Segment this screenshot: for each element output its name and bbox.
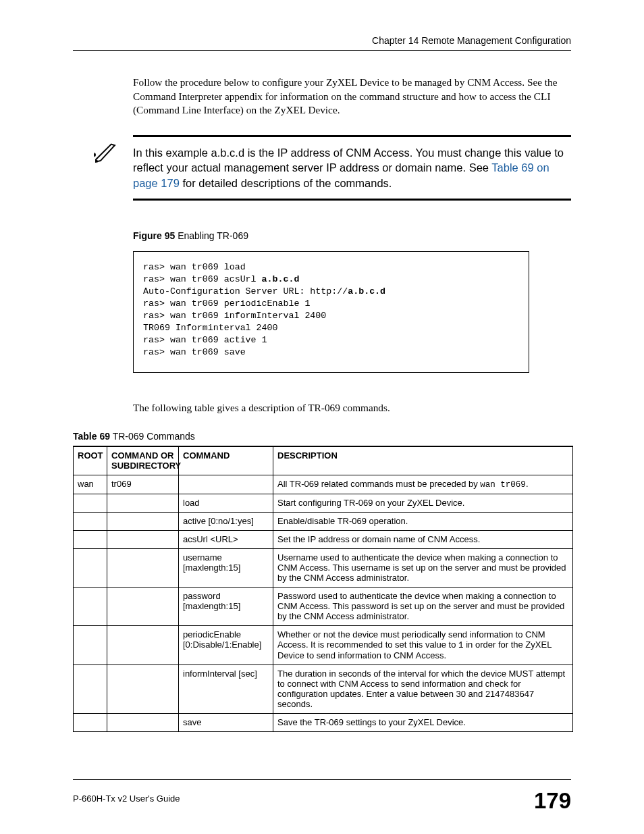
cell-root [74, 588, 107, 626]
note-text-post: for detailed descriptions of the command… [180, 177, 392, 189]
cell-command [179, 475, 273, 494]
note-bottom-rule [133, 199, 571, 201]
cell-subdirectory [107, 665, 179, 714]
cell-description: Username used to authenticate the device… [273, 549, 573, 588]
footer-rule [73, 779, 571, 780]
cell-root [74, 714, 107, 732]
note-block: In this example a.b.c.d is the IP addres… [91, 135, 571, 201]
th-cmd: COMMAND [179, 446, 273, 475]
table-row: informInterval [sec]The duration in seco… [74, 665, 573, 714]
table-row: periodicEnable [0:Disable/1:Enable]Wheth… [74, 626, 573, 665]
table-row: acsUrl <URL>Set the IP address or domain… [74, 531, 573, 549]
cell-command: informInterval [sec] [179, 665, 273, 714]
cell-command: periodicEnable [0:Disable/1:Enable] [179, 626, 273, 665]
page-number: 179 [534, 788, 571, 814]
cell-command: username [maxlength:15] [179, 549, 273, 588]
cell-root [74, 665, 107, 714]
table-row: wantr069All TR-069 related commands must… [74, 475, 573, 494]
table-label: Table 69 [73, 431, 110, 442]
cell-subdirectory [107, 513, 179, 531]
th-desc: DESCRIPTION [273, 446, 573, 475]
table-row: loadStart configuring TR-069 on your ZyX… [74, 494, 573, 513]
cell-description: Start configuring TR-069 on your ZyXEL D… [273, 494, 573, 513]
cell-subdirectory [107, 549, 179, 588]
cell-root [74, 494, 107, 513]
after-code-paragraph: The following table gives a description … [133, 402, 571, 414]
cell-description: Enable/disable TR-069 operation. [273, 513, 573, 531]
cell-command: acsUrl <URL> [179, 531, 273, 549]
cell-root [74, 513, 107, 531]
cell-description: Whether or not the device must periodica… [273, 626, 573, 665]
cell-description: Set the IP address or domain name of CNM… [273, 531, 573, 549]
table-row: active [0:no/1:yes]Enable/disable TR-069… [74, 513, 573, 531]
table-row: password [maxlength:15]Password used to … [74, 588, 573, 626]
table-body: wantr069All TR-069 related commands must… [74, 475, 573, 732]
th-sub: COMMAND OR SUBDIRECTORY [107, 446, 179, 475]
note-text: In this example a.b.c.d is the IP addres… [133, 137, 571, 190]
table-row: saveSave the TR-069 settings to your ZyX… [74, 714, 573, 732]
chapter-header: Chapter 14 Remote Management Configurati… [372, 35, 571, 46]
cell-root [74, 531, 107, 549]
cell-subdirectory: tr069 [107, 475, 179, 494]
cell-subdirectory [107, 494, 179, 513]
figure-caption: Figure 95 Enabling TR-069 [133, 230, 248, 241]
cell-command: password [maxlength:15] [179, 588, 273, 626]
figure-label: Figure 95 [133, 230, 175, 241]
intro-paragraph: Follow the procedure below to configure … [133, 76, 571, 118]
cell-subdirectory [107, 588, 179, 626]
cell-root: wan [74, 475, 107, 494]
cell-description: Password used to authenticate the device… [273, 588, 573, 626]
figure-title: Enabling TR-069 [175, 230, 248, 241]
cell-subdirectory [107, 714, 179, 732]
cell-command: load [179, 494, 273, 513]
cell-command: active [0:no/1:yes] [179, 513, 273, 531]
cell-root [74, 549, 107, 588]
th-root: ROOT [74, 446, 107, 475]
cell-root [74, 626, 107, 665]
cell-description: The duration in seconds of the interval … [273, 665, 573, 714]
table-row: username [maxlength:15]Username used to … [74, 549, 573, 588]
cell-subdirectory [107, 626, 179, 665]
note-icon [91, 137, 125, 168]
table-caption: Table 69 TR-069 Commands [73, 431, 195, 442]
code-listing: ras> wan tr069 load ras> wan tr069 acsUr… [133, 251, 529, 373]
cell-subdirectory [107, 531, 179, 549]
header-rule [73, 50, 571, 51]
cell-command: save [179, 714, 273, 732]
cell-description: Save the TR-069 settings to your ZyXEL D… [273, 714, 573, 732]
command-table: ROOT COMMAND OR SUBDIRECTORY COMMAND DES… [73, 446, 573, 732]
table-title: TR-069 Commands [110, 431, 195, 442]
cell-description: All TR-069 related commands must be prec… [273, 475, 573, 494]
table-header-row: ROOT COMMAND OR SUBDIRECTORY COMMAND DES… [74, 446, 573, 475]
footer-guide: P-660H-Tx v2 User's Guide [73, 793, 180, 804]
